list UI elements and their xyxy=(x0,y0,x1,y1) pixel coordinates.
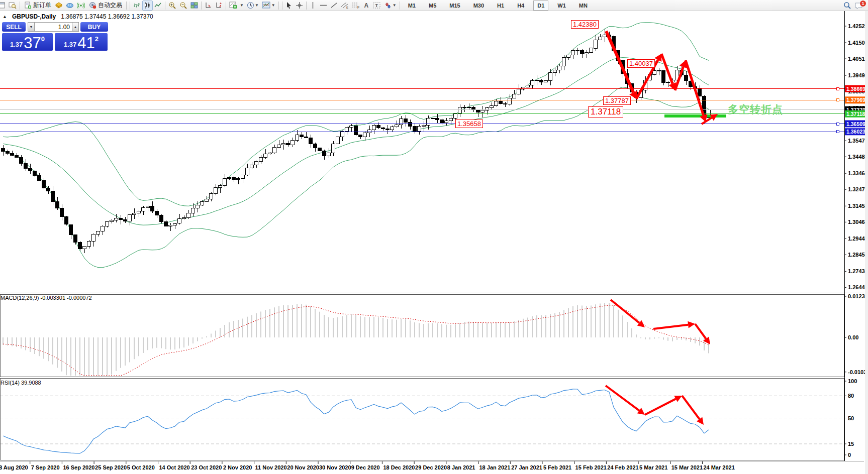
svg-text:8 Aug 2020: 8 Aug 2020 xyxy=(0,464,28,470)
one-click-trading-panel: SELL ▼ ▲ BUY 1.37370 1.37412 xyxy=(2,22,110,51)
shapes-tool-icon[interactable]: ▼ xyxy=(382,1,398,11)
profiles-icon[interactable] xyxy=(7,1,18,11)
bollinger-middle-band xyxy=(3,58,709,225)
zoom-in-icon[interactable] xyxy=(167,1,178,11)
zoom-out-icon[interactable] xyxy=(178,1,189,11)
svg-text:0: 0 xyxy=(848,452,851,458)
add-indicator-icon[interactable]: ▼ xyxy=(228,1,245,11)
auto-trading-button[interactable]: 自动交易 xyxy=(86,1,125,11)
arrange-up-icon[interactable] xyxy=(214,1,224,11)
tile-windows-icon[interactable] xyxy=(189,1,200,11)
rsi-line xyxy=(3,389,709,453)
auto-trading-label: 自动交易 xyxy=(98,1,122,10)
search-icon[interactable] xyxy=(842,1,853,11)
svg-text:1.37118: 1.37118 xyxy=(846,111,865,117)
svg-text:15 Mar 2021: 15 Mar 2021 xyxy=(671,464,703,470)
main-chart-pane xyxy=(2,23,711,268)
svg-text:24 Feb 2021: 24 Feb 2021 xyxy=(607,464,638,470)
svg-text:11 Nov 2020: 11 Nov 2020 xyxy=(255,464,287,470)
bar-chart-type-icon[interactable] xyxy=(132,1,142,11)
notifications-icon[interactable]: 1 xyxy=(853,1,865,11)
rsi-label: RSI(14) 39.9088 xyxy=(1,380,41,386)
buy-button[interactable]: BUY xyxy=(80,22,108,32)
timeframe-m5[interactable]: M5 xyxy=(425,1,440,11)
svg-text:9 Dec 2020: 9 Dec 2020 xyxy=(351,464,380,470)
timeframe-w1[interactable]: W1 xyxy=(553,1,570,11)
trendline-tool-icon[interactable] xyxy=(329,1,339,11)
svg-text:20 Nov 2020: 20 Nov 2020 xyxy=(287,464,319,470)
fibonacci-tool-icon[interactable]: F xyxy=(350,1,361,11)
pane-borders xyxy=(0,11,864,461)
arrange-down-icon[interactable] xyxy=(203,1,214,11)
timeframe-h1[interactable]: H1 xyxy=(493,1,508,11)
toolbar: 新订单 自动交易 ▼ xyxy=(0,0,868,11)
buy-price-display[interactable]: 1.37412 xyxy=(55,33,108,51)
date-axis: 8 Aug 20207 Sep 202016 Sep 202025 Sep 20… xyxy=(0,461,735,470)
timeframe-mn[interactable]: MN xyxy=(575,1,592,11)
svg-text:1.36023: 1.36023 xyxy=(846,129,865,135)
trend-arrow[interactable] xyxy=(611,300,645,327)
candlestick-chart-type-icon[interactable] xyxy=(142,1,153,11)
price-annotation[interactable]: 1.37118 xyxy=(588,106,623,117)
price-annotation[interactable]: 1.35658 xyxy=(455,120,483,128)
price-badge: 1.38669 xyxy=(845,85,865,92)
sell-price-point: 0 xyxy=(41,35,45,43)
svg-text:16 Sep 2020: 16 Sep 2020 xyxy=(63,464,94,470)
macd-axis: 0.0123720.00-0.010374 xyxy=(844,293,868,375)
channel-tool-icon[interactable]: E xyxy=(339,1,350,11)
timeframe-h4[interactable]: H4 xyxy=(513,1,528,11)
trend-arrow[interactable] xyxy=(645,396,682,415)
svg-text:1.38669: 1.38669 xyxy=(846,86,865,92)
buy-price-big-figure: 1.37 xyxy=(64,41,76,48)
new-order-button[interactable]: 新订单 xyxy=(22,1,54,11)
period-clock-icon[interactable]: ▼ xyxy=(245,1,260,11)
vertical-line-tool-icon[interactable] xyxy=(308,1,318,11)
chart-title: ▲ GBPUSD-,Daily 1.36875 1.37445 1.36692 … xyxy=(3,13,153,20)
svg-text:18 Dec 2020: 18 Dec 2020 xyxy=(383,464,415,470)
svg-text:2 Nov 2020: 2 Nov 2020 xyxy=(223,464,252,470)
volume-decrease-button[interactable]: ▼ xyxy=(28,22,35,32)
chart-symbol-period: GBPUSD-,Daily xyxy=(12,13,56,20)
turning-point-text-annotation[interactable]: 多空转折点 xyxy=(728,102,783,116)
notification-badge: 1 xyxy=(860,1,866,7)
volume-input[interactable] xyxy=(35,22,72,32)
sell-button[interactable]: SELL xyxy=(2,22,26,32)
window-edge xyxy=(865,11,868,474)
svg-text:5 Mar 2021: 5 Mar 2021 xyxy=(639,464,667,470)
rsi-axis: 1008050150 xyxy=(844,378,857,458)
timeframe-m30[interactable]: M30 xyxy=(469,1,488,11)
price-annotation[interactable]: 1.40037 xyxy=(627,59,655,68)
svg-text:E: E xyxy=(346,6,348,9)
crosshair-icon[interactable] xyxy=(294,1,305,11)
price-annotation[interactable]: 1.37787 xyxy=(603,96,631,105)
timeframe-m1[interactable]: M1 xyxy=(404,1,420,11)
chart-canvas[interactable]: 1.425201.415001.405101.394901.385001.374… xyxy=(0,0,868,474)
text-label-tool-icon[interactable]: T xyxy=(371,1,382,11)
chart-template-icon[interactable]: ▼ xyxy=(260,1,277,11)
svg-text:0.00: 0.00 xyxy=(848,334,858,340)
svg-text:80: 80 xyxy=(848,393,854,399)
signals-icon[interactable] xyxy=(75,1,86,11)
chart-corner-icon: ▲ xyxy=(3,14,7,19)
trend-arrow[interactable] xyxy=(653,321,695,329)
trend-arrow[interactable] xyxy=(695,324,710,344)
community-icon[interactable] xyxy=(64,1,75,11)
timeframe-m15[interactable]: M15 xyxy=(445,1,464,11)
rsi-indicator xyxy=(0,389,844,453)
market-icon[interactable] xyxy=(54,1,64,11)
sell-price-display[interactable]: 1.37370 xyxy=(2,33,53,51)
cursor-icon[interactable] xyxy=(284,1,294,11)
svg-text:7 Sep 2020: 7 Sep 2020 xyxy=(31,464,60,470)
line-chart-type-icon[interactable] xyxy=(153,1,163,11)
macd-indicator xyxy=(3,303,709,376)
svg-text:15 Feb 2021: 15 Feb 2021 xyxy=(575,464,607,470)
price-annotation[interactable]: 1.42380 xyxy=(571,20,599,29)
svg-text:5 Oct 2020: 5 Oct 2020 xyxy=(127,464,155,470)
svg-text:27 Jan 2021: 27 Jan 2021 xyxy=(511,464,542,470)
svg-text:18 Jan 2021: 18 Jan 2021 xyxy=(479,464,511,470)
horizontal-line-tool-icon[interactable] xyxy=(318,1,329,11)
text-tool-icon[interactable]: A xyxy=(361,1,371,11)
volume-increase-button[interactable]: ▲ xyxy=(72,22,79,32)
chart-window-icon[interactable] xyxy=(0,1,7,11)
timeframe-d1[interactable]: D1 xyxy=(533,1,548,11)
